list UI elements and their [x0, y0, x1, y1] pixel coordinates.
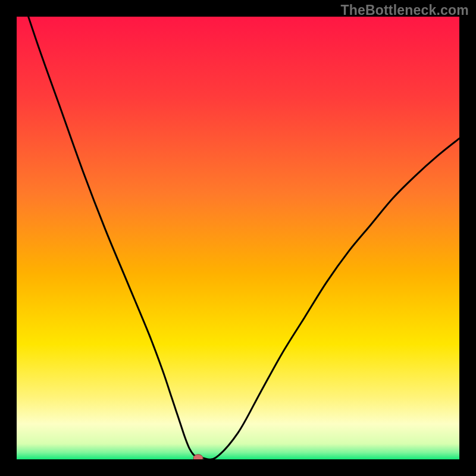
- watermark-text: TheBottleneck.com: [340, 2, 469, 18]
- chart-frame: TheBottleneck.com: [0, 0, 476, 476]
- chart-svg: [17, 17, 459, 459]
- minimum-marker: [193, 455, 203, 459]
- chart-plot-area: [17, 17, 459, 459]
- chart-background-gradient: [17, 17, 459, 459]
